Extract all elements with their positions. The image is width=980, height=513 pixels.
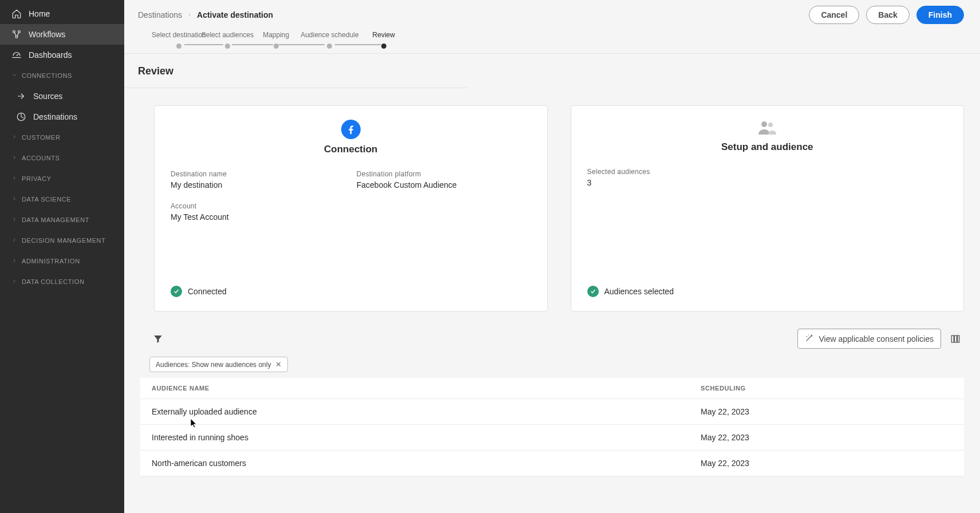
nav-dashboards-label: Dashboards (29, 50, 72, 60)
step-select-audiences[interactable]: Select audiences (201, 31, 254, 49)
section-connections[interactable]: CONNECTIONS (0, 65, 124, 86)
step-mapping[interactable]: Mapping (263, 31, 289, 49)
breadcrumb: Destinations Activate destination (138, 10, 273, 19)
cell-audience-name: Externally uploaded audience (140, 399, 689, 425)
cards-row: Connection Destination name My destinati… (124, 88, 980, 329)
section-data-management[interactable]: DATA MANAGEMENT (0, 210, 124, 230)
section-decision-management-label: DECISION MANAGEMENT (22, 237, 105, 244)
field-label: Account (171, 202, 345, 210)
top-actions: Cancel Back Finish (809, 6, 964, 24)
connection-status: Connected (171, 286, 531, 297)
cell-scheduling: May 22, 2023 (689, 451, 964, 476)
chevron-right-icon (187, 10, 192, 19)
columns-icon (950, 334, 961, 344)
table-section: View applicable consent policies Audienc… (124, 329, 980, 492)
svg-point-5 (768, 123, 773, 127)
people-icon (757, 120, 777, 136)
step-dot (327, 44, 332, 49)
check-icon (587, 286, 599, 297)
step-dot (225, 44, 230, 49)
field-label: Selected audiences (587, 168, 948, 176)
step-audience-schedule[interactable]: Audience schedule (301, 31, 358, 49)
field-destination-name: Destination name My destination (171, 170, 345, 190)
cell-audience-name: North-american customers (140, 451, 689, 476)
field-destination-platform: Destination platform Facebook Custom Aud… (357, 170, 531, 190)
dashboards-icon (11, 50, 22, 60)
section-data-collection[interactable]: DATA COLLECTION (0, 271, 124, 292)
home-icon (11, 9, 22, 19)
card-header: Setup and audience (587, 120, 948, 153)
field-account: Account My Test Account (171, 202, 345, 222)
connection-card: Connection Destination name My destinati… (154, 105, 548, 311)
step-label: Mapping (263, 31, 289, 39)
cancel-button[interactable]: Cancel (809, 6, 859, 24)
filter-button[interactable] (149, 330, 167, 348)
field-label: Destination name (171, 170, 345, 178)
header-scheduling[interactable]: SCHEDULING (689, 378, 964, 399)
section-privacy[interactable]: PRIVACY (0, 168, 124, 189)
table-row[interactable]: Interested in running shoes May 22, 2023 (140, 425, 964, 451)
setup-card: Setup and audience Selected audiences 3 … (571, 105, 965, 311)
status-text: Connected (188, 287, 227, 296)
nav-home-label: Home (29, 9, 50, 18)
funnel-icon (153, 334, 163, 344)
header-audience-name[interactable]: AUDIENCE NAME (140, 378, 689, 399)
nav-destinations[interactable]: Destinations (0, 106, 124, 127)
wand-icon (805, 333, 814, 344)
breadcrumb-root[interactable]: Destinations (138, 10, 182, 19)
nav-home[interactable]: Home (0, 3, 124, 24)
column-settings-button[interactable] (947, 330, 964, 348)
nav-sources[interactable]: Sources (0, 86, 124, 106)
field-value: 3 (587, 178, 948, 187)
check-icon (171, 286, 182, 297)
back-button[interactable]: Back (866, 6, 909, 24)
finish-button[interactable]: Finish (916, 6, 964, 24)
nav-destinations-label: Destinations (33, 112, 77, 121)
nav-workflows-label: Workflows (29, 30, 65, 39)
field-value: Facebook Custom Audience (357, 180, 531, 190)
main: Destinations Activate destination Cancel… (124, 0, 980, 513)
svg-rect-8 (958, 336, 959, 342)
section-administration[interactable]: ADMINISTRATION (0, 251, 124, 271)
table-row[interactable]: Externally uploaded audience May 22, 202… (140, 399, 964, 425)
section-administration-label: ADMINISTRATION (22, 258, 80, 265)
chevron-right-icon (11, 134, 17, 141)
field-selected-audiences: Selected audiences 3 (587, 168, 948, 187)
step-review[interactable]: Review (373, 31, 395, 49)
chevron-right-icon (11, 175, 17, 182)
step-select-destination[interactable]: Select destination (152, 31, 206, 49)
section-decision-management[interactable]: DECISION MANAGEMENT (0, 230, 124, 251)
view-consent-policies-button[interactable]: View applicable consent policies (797, 329, 941, 349)
step-dot (381, 44, 386, 49)
filter-chip[interactable]: Audiences: Show new audiences only ✕ (149, 357, 288, 372)
nav-workflows[interactable]: Workflows (0, 24, 124, 45)
status-text: Audiences selected (604, 287, 674, 296)
chevron-right-icon (11, 278, 17, 285)
nav-dashboards[interactable]: Dashboards (0, 45, 124, 65)
setup-status: Audiences selected (587, 286, 948, 297)
chevron-right-icon (11, 196, 17, 203)
step-label: Audience schedule (301, 31, 358, 39)
toolbar-right: View applicable consent policies (797, 329, 964, 349)
stepper: Select destination Select audiences Mapp… (124, 24, 980, 49)
card-header: Connection (171, 120, 531, 155)
table-header-row: AUDIENCE NAME SCHEDULING (140, 378, 964, 399)
close-icon[interactable]: ✕ (275, 360, 282, 369)
section-data-management-label: DATA MANAGEMENT (22, 216, 89, 223)
table-row[interactable]: North-american customers May 22, 2023 (140, 451, 964, 476)
topbar: Destinations Activate destination Cancel… (124, 0, 980, 24)
section-privacy-label: PRIVACY (22, 175, 52, 182)
step-dot (274, 44, 279, 49)
toolbar-left (149, 330, 167, 348)
section-connections-label: CONNECTIONS (22, 72, 72, 79)
section-accounts[interactable]: ACCOUNTS (0, 148, 124, 168)
field-value: My destination (171, 180, 345, 190)
section-customer[interactable]: CUSTOMER (0, 127, 124, 148)
connection-fields: Destination name My destination Destinat… (171, 170, 531, 222)
step-dot (176, 44, 181, 49)
section-accounts-label: ACCOUNTS (22, 155, 60, 161)
section-data-science[interactable]: DATA SCIENCE (0, 189, 124, 210)
page-title: Review (124, 54, 468, 88)
connection-title: Connection (324, 144, 378, 155)
destinations-icon (16, 112, 26, 122)
